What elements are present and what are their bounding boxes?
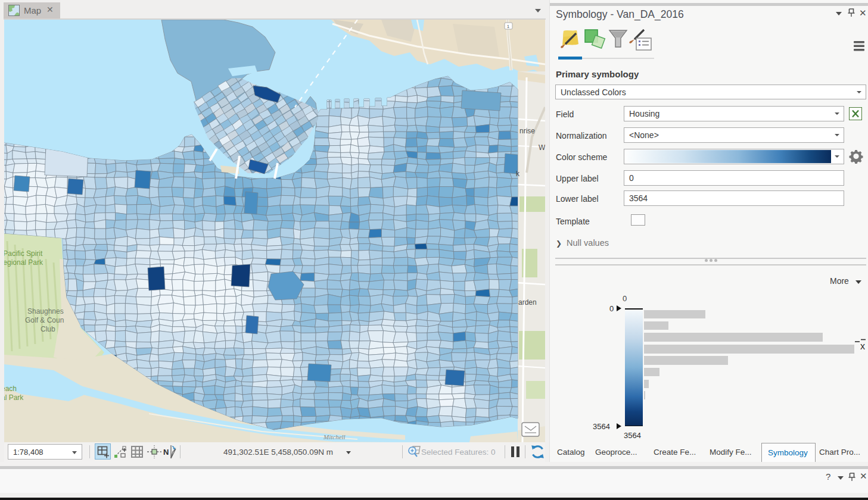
- svg-text:al Park: al Park: [4, 393, 24, 402]
- svg-text:Mitchell: Mitchell: [323, 433, 346, 440]
- svg-text:Golf & Coun: Golf & Coun: [25, 316, 64, 324]
- svg-text:Shaughnes: Shaughnes: [27, 307, 64, 315]
- svg-text:x: x: [860, 341, 865, 351]
- svg-text:egional Park: egional Park: [4, 258, 43, 267]
- svg-text:arden: arden: [518, 298, 537, 307]
- svg-text:N: N: [163, 448, 169, 457]
- svg-text:W: W: [539, 143, 545, 152]
- svg-text:k: k: [516, 170, 520, 178]
- svg-text:each: each: [4, 385, 17, 393]
- svg-text:nrise: nrise: [519, 127, 535, 135]
- svg-text:Pacific Spirit: Pacific Spirit: [4, 249, 43, 258]
- svg-text:Club: Club: [41, 325, 55, 333]
- svg-text:1: 1: [507, 24, 510, 29]
